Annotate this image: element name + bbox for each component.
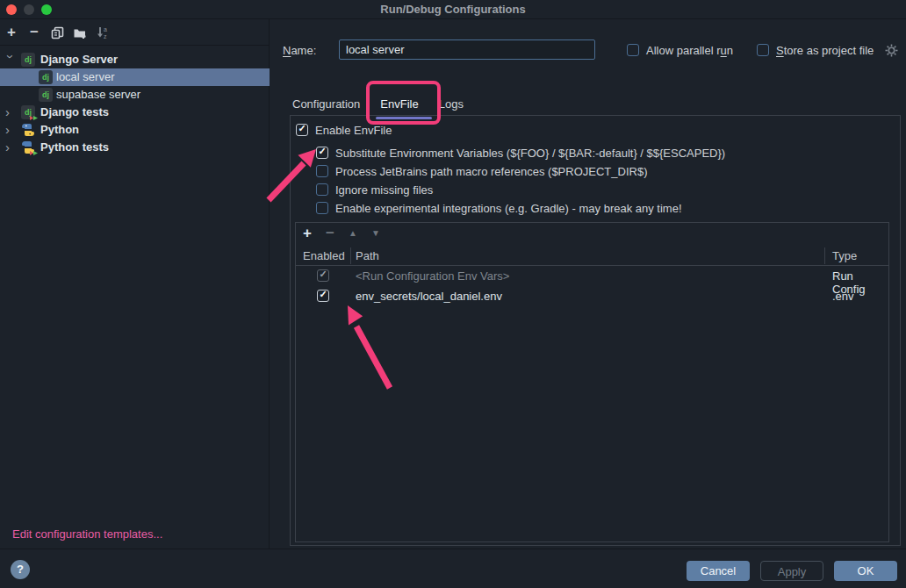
cancel-button[interactable]: Cancel	[687, 561, 750, 581]
process-path-macro-label: Process JetBrains path macro references …	[335, 165, 647, 178]
tree-item-label: Python	[40, 123, 79, 137]
column-header-enabled: Enabled	[303, 249, 345, 262]
svg-text:a: a	[104, 26, 107, 32]
add-env-file-icon[interactable]: +	[299, 226, 315, 241]
enable-envfile-checkbox[interactable]	[296, 124, 308, 136]
window-title: Run/Debug Configurations	[0, 3, 906, 16]
name-label: Name:	[283, 44, 316, 57]
tree-item-label: Django tests	[40, 105, 109, 119]
tab-configuration[interactable]: Configuration	[292, 91, 360, 118]
sidebar-item-django-server[interactable]: › dj Django Server	[0, 51, 270, 68]
sidebar-item-supabase-server[interactable]: dj supabase server	[0, 86, 270, 104]
column-separator[interactable]	[824, 247, 825, 264]
table-header: Enabled Path Type	[296, 246, 888, 266]
annotation-arrow	[337, 297, 399, 398]
chevron-down-icon[interactable]: ›	[3, 54, 18, 65]
remove-configuration-icon[interactable]: −	[26, 25, 42, 40]
column-header-path: Path	[356, 249, 379, 262]
edit-configuration-templates-link[interactable]: Edit configuration templates...	[12, 527, 162, 541]
row-enabled-checkbox[interactable]	[317, 290, 329, 302]
add-configuration-icon[interactable]: +	[4, 25, 19, 40]
column-separator[interactable]	[350, 247, 351, 264]
chevron-right-icon[interactable]: ›	[5, 104, 16, 120]
enable-envfile-label: Enable EnvFile	[315, 124, 392, 137]
django-tests-icon: dj	[21, 105, 35, 119]
row-type: .env	[832, 290, 854, 303]
python-tests-icon	[21, 140, 35, 154]
tree-item-label: Django Server	[40, 53, 118, 67]
configurations-sidebar: + − az › dj Django Server dj local serve…	[0, 19, 270, 549]
allow-parallel-run-label: Allow parallel run	[646, 44, 733, 57]
table-toolbar: + − ▲ ▼	[296, 223, 888, 246]
django-icon: dj	[21, 53, 35, 67]
store-as-project-file-checkbox[interactable]	[757, 44, 769, 56]
sort-configurations-icon[interactable]: az	[95, 25, 111, 40]
tree-item-label: supabase server	[56, 88, 140, 102]
annotation-highlight-rectangle	[366, 81, 441, 125]
annotation-arrow	[258, 140, 328, 211]
row-path: <Run Configuration Env Vars>	[356, 269, 509, 283]
row-enabled-checkbox	[317, 269, 329, 282]
sidebar-item-local-server[interactable]: dj local server	[0, 68, 270, 86]
python-icon	[21, 123, 35, 137]
ignore-missing-files-label: Ignore missing files	[335, 183, 433, 197]
column-header-type: Type	[832, 249, 857, 262]
ok-button[interactable]: OK	[834, 561, 897, 581]
tree-item-label: local server	[56, 70, 114, 84]
sidebar-toolbar: + − az	[0, 19, 270, 46]
run-debug-configurations-dialog: Run/Debug Configurations + − az › dj Dja…	[0, 0, 906, 588]
chevron-right-icon[interactable]: ›	[5, 122, 16, 138]
chevron-right-icon[interactable]: ›	[5, 140, 16, 155]
sidebar-item-python[interactable]: › Python	[0, 121, 270, 139]
django-icon: dj	[39, 70, 53, 84]
move-down-icon[interactable]: ▼	[368, 226, 384, 241]
tab-logs[interactable]: Logs	[439, 91, 464, 118]
sidebar-item-python-tests[interactable]: › Python tests	[0, 139, 270, 156]
experimental-integrations-label: Enable experimental integrations (e.g. G…	[335, 202, 682, 215]
svg-text:z: z	[104, 33, 107, 39]
new-folder-icon[interactable]	[72, 25, 88, 40]
help-button[interactable]: ?	[11, 560, 30, 579]
sidebar-item-django-tests[interactable]: › dj Django tests	[0, 104, 270, 121]
gear-icon[interactable]	[885, 44, 898, 60]
substitute-env-variables-label: Substitute Environment Variables (${FOO}…	[335, 147, 725, 160]
table-row[interactable]: <Run Configuration Env Vars> Run Config	[296, 266, 888, 286]
copy-configuration-icon[interactable]	[49, 25, 65, 40]
tree-item-label: Python tests	[40, 140, 109, 154]
footer-divider	[0, 549, 906, 549]
allow-parallel-run-checkbox[interactable]	[627, 44, 639, 56]
move-up-icon[interactable]: ▲	[345, 226, 361, 241]
name-input[interactable]: local server	[339, 39, 595, 60]
titlebar: Run/Debug Configurations	[0, 0, 906, 19]
apply-button[interactable]: Apply	[760, 561, 823, 581]
store-as-project-file-label: Store as project file	[776, 44, 874, 57]
django-icon: dj	[39, 88, 53, 102]
remove-env-file-icon[interactable]: −	[322, 226, 338, 241]
